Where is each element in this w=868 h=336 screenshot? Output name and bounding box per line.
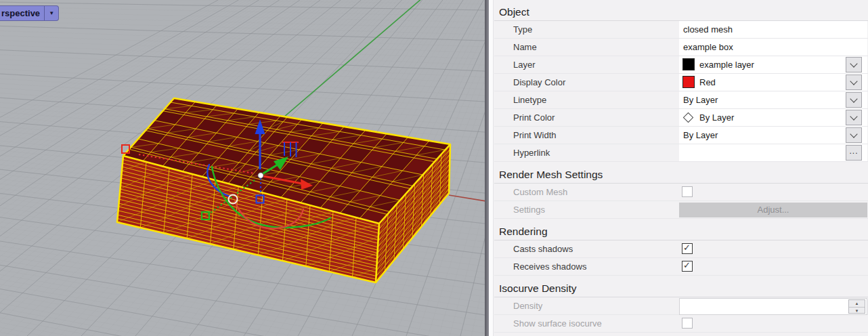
gumball-origin-dot[interactable] [258, 173, 263, 178]
row-receives-shadows: Receives shadows✓ [494, 258, 868, 276]
label-hyperlink: Hyperlink [513, 144, 550, 161]
label-casts-shadows: Casts shadows [513, 240, 573, 257]
viewport-dropdown-arrow-icon[interactable]: ▼ [45, 10, 58, 16]
layer-field[interactable]: example layer [679, 56, 867, 73]
row-print-width: Print WidthBy Layer [494, 127, 868, 144]
row-linetype: LinetypeBy Layer [494, 91, 868, 109]
panel-scrollbar-track[interactable] [489, 0, 494, 336]
label-type: Type [513, 21, 532, 38]
display-color-color-swatch [682, 76, 695, 88]
value-name: example box [683, 39, 733, 56]
value-linetype: By Layer [683, 91, 718, 108]
row-casts-shadows: Casts shadows✓ [494, 240, 868, 258]
print-width-field[interactable]: By Layer [679, 127, 867, 144]
value-display-color: Red [699, 74, 716, 91]
chevron-down-icon [850, 95, 857, 102]
value-layer: example layer [699, 56, 754, 73]
layer-dropdown-button[interactable] [846, 57, 862, 72]
value-print-width: By Layer [683, 127, 718, 144]
display-color-field[interactable]: Red [679, 74, 867, 91]
section-header-render-mesh-settings[interactable]: Render Mesh Settings [494, 164, 868, 184]
row-density: Density▲▼ [494, 297, 868, 315]
label-display-color: Display Color [513, 74, 565, 91]
properties-panel: ObjectTypeclosed meshNameexample boxLaye… [494, 0, 868, 336]
row-show-surface-isocurve: Show surface isocurve [494, 315, 868, 333]
hyperlink-field[interactable] [679, 144, 867, 161]
chevron-down-icon [850, 130, 857, 138]
density-spinner-input[interactable]: ▲▼ [679, 298, 867, 315]
chevron-down-icon [850, 60, 857, 67]
casts-shadows-checkbox[interactable]: ✓ [682, 243, 693, 254]
row-settings: SettingsAdjust... [494, 201, 868, 219]
display-color-dropdown-button[interactable] [846, 75, 862, 90]
section-header-isocurve-density[interactable]: Isocurve Density [494, 278, 868, 297]
row-name: Nameexample box [494, 39, 868, 56]
label-print-color: Print Color [513, 109, 555, 126]
section-header-object[interactable]: Object [494, 1, 868, 21]
adjust-button[interactable]: Adjust... [679, 203, 867, 217]
chevron-down-icon [850, 77, 857, 85]
chevron-down-icon [850, 112, 857, 120]
spinner-up-icon[interactable]: ▲ [849, 300, 865, 308]
label-custom-mesh: Custom Mesh [513, 184, 567, 201]
row-type: Typeclosed mesh [494, 21, 868, 39]
spinner-down-icon[interactable]: ▼ [849, 308, 865, 314]
show-surface-isocurve-checkbox[interactable] [682, 318, 693, 329]
value-print-color: By Layer [699, 109, 734, 126]
row-display-color: Display ColorRed [494, 74, 868, 91]
hyperlink-browse-button[interactable]: ... [846, 145, 862, 161]
label-receives-shadows: Receives shadows [513, 258, 586, 275]
linetype-field[interactable]: By Layer [679, 91, 867, 108]
receives-shadows-checkbox[interactable]: ✓ [682, 261, 693, 272]
viewport-canvas[interactable] [0, 0, 485, 336]
linetype-dropdown-button[interactable] [846, 92, 862, 108]
print-width-dropdown-button[interactable] [846, 127, 862, 143]
row-hyperlink: Hyperlink... [494, 144, 868, 162]
viewport-title-tab[interactable]: rspective ▼ [0, 5, 59, 21]
print-color-field[interactable]: By Layer [679, 109, 867, 126]
label-name: Name [513, 39, 537, 56]
checkmark-icon: ✓ [683, 243, 691, 253]
label-density: Density [513, 297, 542, 314]
custom-mesh-checkbox[interactable] [682, 186, 693, 197]
label-print-width: Print Width [513, 127, 557, 144]
bylayer-diamond-icon [683, 112, 694, 123]
section-header-rendering[interactable]: Rendering [494, 221, 868, 240]
label-show-surface-isocurve: Show surface isocurve [513, 315, 602, 332]
rhino-window: rspective ▼ ObjectTypeclosed meshNameexa… [0, 0, 868, 336]
print-color-dropdown-button[interactable] [846, 110, 862, 125]
label-linetype: Linetype [513, 91, 546, 108]
viewport-title[interactable]: rspective [0, 8, 44, 18]
label-settings: Settings [513, 201, 545, 218]
checkmark-icon: ✓ [683, 260, 691, 271]
viewport-3d[interactable]: rspective ▼ [0, 0, 485, 336]
value-type: closed mesh [683, 21, 733, 38]
type-field: closed mesh [679, 21, 867, 38]
layer-color-swatch [682, 58, 695, 70]
row-layer: Layerexample layer [494, 56, 868, 74]
row-print-color: Print ColorBy Layer [494, 109, 868, 127]
row-custom-mesh: Custom Mesh [494, 184, 868, 201]
name-input[interactable]: example box [679, 39, 867, 56]
label-layer: Layer [513, 56, 536, 73]
spinner-buttons[interactable]: ▲▼ [848, 299, 865, 314]
